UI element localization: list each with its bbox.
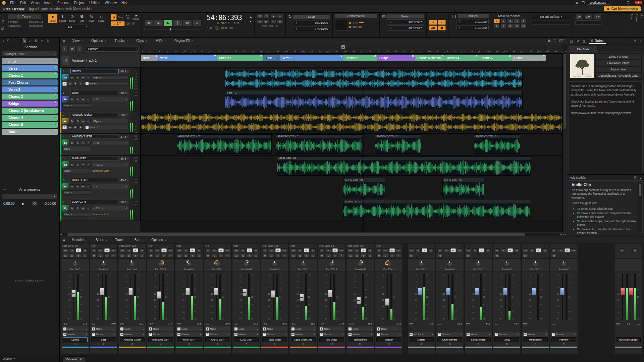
track-view-menu-clips[interactable]: Clips ▾ [137, 39, 147, 43]
input-dropdown[interactable]: INone▾ [119, 326, 145, 331]
mini-play-icon[interactable]: ▶ [250, 16, 252, 19]
scrollbar-thumb[interactable] [564, 54, 566, 129]
output-dropdown[interactable]: OMaster▾ [551, 332, 577, 337]
volume-fader[interactable] [300, 294, 304, 301]
section-item-verse-2[interactable]: Verse 2V [2, 86, 58, 93]
input-dropdown[interactable]: INone▾ [148, 326, 173, 331]
input-echo-button[interactable]: ∩ [168, 254, 173, 258]
loop-start-field[interactable]: ⚐59:01:000 [294, 20, 330, 25]
mute-button[interactable]: M [70, 119, 74, 123]
input-dropdown[interactable]: INone▾ [84, 125, 128, 129]
write-automation-button[interactable]: W [542, 248, 548, 252]
volume-fader[interactable] [71, 290, 76, 297]
drag-handle-icon[interactable]: ⋮⋮ [66, 135, 69, 138]
audio-clip-ambient-gtr-01[interactable]: AMBIENT GTR - 01 [375, 134, 421, 154]
output-dropdown[interactable]: OMaster▾ [523, 332, 548, 337]
punch-out-field[interactable]: ⚐1:01:000 [457, 25, 489, 30]
read-automation-button[interactable]: R [218, 248, 224, 252]
arm-button[interactable]: ● [81, 119, 85, 123]
timeline-ruler[interactable]: 1357911131517192123252729313335373941434… [141, 44, 562, 54]
screenset-7[interactable]: 7 [500, 24, 506, 28]
arranger-section-chorus-1[interactable]: Chorus 1C [217, 55, 263, 61]
output-dropdown[interactable]: OMaster▾ [233, 332, 259, 337]
tab-notes[interactable]: ▯Notes [589, 38, 606, 44]
track-lane-drums[interactable]: Drums - 01 [141, 68, 562, 90]
audio-clip-main-gtr-01[interactable]: MAIN GTR - 01 [277, 156, 531, 176]
read-automation-button[interactable]: R [304, 248, 309, 252]
write-automation-button[interactable]: W [196, 248, 202, 252]
arm-button[interactable]: ● [81, 163, 85, 167]
arm-button[interactable]: ● [275, 254, 281, 258]
popout-icon[interactable]: ⇱ [7, 39, 9, 43]
output-dropdown[interactable]: OHD Audi▾ [409, 332, 434, 337]
tool-smart[interactable]: ➤Smart [48, 14, 57, 23]
input-echo-button[interactable]: ∩ [86, 141, 91, 145]
pan-knob[interactable] [328, 260, 335, 267]
pan-knob[interactable] [357, 260, 364, 267]
add-section-button[interactable]: + [3, 45, 5, 50]
track-lane-chrs-gtr[interactable]: CHRS GTR - 01CHRS GTR - 02 [141, 177, 562, 199]
strip-name[interactable]: BG Vocal [319, 337, 344, 342]
screenset-1[interactable]: 1 [494, 19, 500, 23]
track-lane-acoustic-guitar[interactable]: Acoustic Guitar - 01 [141, 112, 562, 133]
mute-button[interactable]: M [291, 254, 296, 258]
metronome-icon[interactable]: ◔ [207, 26, 208, 29]
forward-button[interactable]: ≫ [183, 19, 192, 26]
minimize-button[interactable]: — [613, 1, 621, 4]
track-gain-value[interactable]: -27.4 [120, 135, 126, 138]
arm-button[interactable]: ● [81, 97, 85, 101]
interleave-button[interactable]: ⋈ [205, 248, 211, 252]
read-automation-button[interactable]: R [389, 248, 395, 252]
solo-button[interactable]: S [212, 254, 217, 258]
pan-knob[interactable] [185, 260, 193, 267]
track-header-ambient-gtr[interactable]: 4⋮⋮AMBIENT GTR-27.4˄EgMS●∩○FX+Clips▾24dB [60, 134, 141, 155]
fx-power-icon[interactable]: ○ [93, 141, 95, 144]
volume-fader[interactable] [621, 288, 625, 295]
strip-name[interactable]: Acoustic Guitar [120, 337, 145, 342]
output-dropdown[interactable]: OMaster▾ [466, 332, 491, 337]
collapse-track-icon[interactable]: ˄ [127, 157, 128, 160]
draw-resolution-dropdown[interactable]: 1/4▾ [66, 24, 89, 29]
menu-project[interactable]: Project [74, 1, 85, 5]
console-menu-icon[interactable]: ≡ [63, 238, 65, 242]
track-view-menu-options[interactable]: Options ▾ [91, 39, 106, 43]
mute-button[interactable]: M [63, 254, 68, 258]
input-dropdown[interactable]: INone▾ [290, 326, 316, 331]
input-dropdown[interactable]: INone▾ [62, 326, 88, 331]
clip-header[interactable]: MAIN GTR - 01 [277, 157, 531, 160]
write-automation-button[interactable]: W [282, 248, 287, 252]
write-automation-button[interactable]: W [428, 248, 434, 252]
tab-tempo[interactable]: ‖⊦ [35, 39, 38, 43]
fx-rack[interactable]: ○FX (1)+ [92, 163, 128, 167]
console-menu-bus[interactable]: Bus ▾ [135, 238, 143, 242]
arranger-section-verse[interactable]: VerseV [158, 55, 217, 61]
tab-markers[interactable]: △ [29, 39, 32, 43]
output-dropdown[interactable]: OMaster▾ [62, 332, 88, 337]
strip-name[interactable]: AMBIENT GTR [148, 337, 173, 342]
fx-rack[interactable]: ○FX+ [92, 141, 128, 145]
export-button[interactable]: ⇩Export [7, 14, 41, 19]
close-button[interactable]: ✕ [635, 1, 642, 4]
input-echo-button[interactable]: ∩ [253, 254, 259, 258]
input-echo-button[interactable]: ∩ [111, 254, 116, 258]
mute-button[interactable]: M [205, 254, 211, 258]
zoom-in-icon[interactable]: + [565, 233, 566, 236]
audio-clip-bass-01[interactable]: Bass - 01 [225, 91, 522, 110]
input-echo-button[interactable]: ∩ [86, 163, 91, 167]
strip-name[interactable]: Delay [494, 337, 519, 342]
audio-clip-ambient-gtr-01[interactable]: AMBIENT GTR - 01 [474, 134, 520, 154]
output-dropdown[interactable]: OMaster▾ [437, 332, 463, 337]
section-item-chorus-4[interactable]: Chorus 4C [2, 115, 58, 121]
marks-icon[interactable]: ⚑ [135, 14, 138, 18]
mute-button[interactable]: M [70, 184, 74, 188]
output-dropdown[interactable]: OMaster▾ [376, 332, 401, 337]
arranger-section-chorus-2[interactable]: Chorus 2C [343, 55, 377, 61]
side-tab-sync[interactable]: Sync [629, 13, 634, 37]
audio-clip-low-gtr-01[interactable]: LOW GTR - 01 [343, 200, 531, 219]
get-membership-button[interactable]: ♛Get Membership [604, 6, 641, 11]
arranger-section-intro[interactable]: IntroI [141, 55, 158, 61]
write-automation-button[interactable]: W [168, 248, 173, 252]
mute-button[interactable]: M [70, 75, 74, 79]
freeze-button[interactable]: ✱ [73, 82, 77, 86]
write-automation-button[interactable]: W [139, 248, 145, 252]
